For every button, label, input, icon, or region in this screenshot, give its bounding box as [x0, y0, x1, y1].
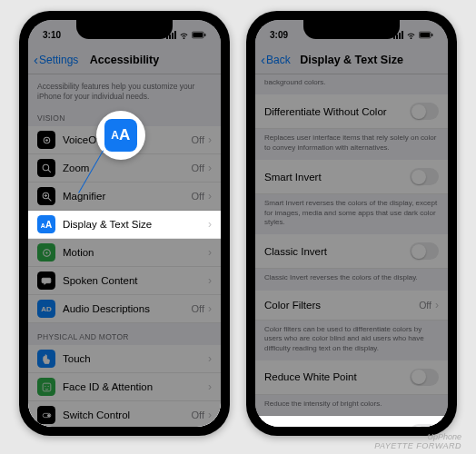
- faceid-icon: [37, 378, 55, 396]
- chevron-right-icon: ›: [208, 246, 212, 259]
- chevron-right-icon: ›: [208, 190, 212, 202]
- branding: UpPhone PAYETTE FORWARD: [374, 433, 461, 451]
- row-magnifier[interactable]: Magnifier Off ›: [28, 183, 221, 211]
- row-reduce-white-point[interactable]: Reduce White Point: [255, 360, 448, 395]
- row-label: Display & Text Size: [63, 219, 208, 230]
- back-button[interactable]: ‹ Back: [261, 53, 291, 66]
- row-value: Off: [192, 134, 204, 145]
- row-label: Magnifier: [63, 191, 192, 202]
- chevron-right-icon: ›: [435, 299, 439, 311]
- row-classic-invert[interactable]: Classic Invert: [255, 234, 448, 269]
- toggle-smart-invert[interactable]: [410, 168, 439, 185]
- row-label: Spoken Content: [63, 275, 208, 286]
- status-time: 3:09: [270, 30, 288, 40]
- audio-descriptions-icon: AD: [37, 300, 55, 318]
- row-label: Switch Control: [63, 410, 192, 420]
- row-motion[interactable]: Motion ›: [28, 239, 221, 267]
- row-label: Motion: [63, 247, 208, 258]
- status-time: 3:10: [43, 30, 61, 40]
- row-label: Face ID & Attention: [63, 381, 208, 392]
- intro-text: Accessibility features help you customiz…: [28, 74, 221, 104]
- partial-desc: background colors.: [255, 74, 448, 94]
- svg-line-6: [47, 170, 50, 173]
- row-value: Off: [192, 163, 204, 173]
- chevron-right-icon: ›: [208, 274, 212, 287]
- screen-display-text-size: 3:09 ‹ Back Display & Text Size backgrou…: [255, 20, 448, 427]
- screen-accessibility: 3:10 ‹ Settings Accessibility Accessibil…: [28, 20, 221, 427]
- section-header-physical: Physical and Motor: [28, 323, 221, 345]
- chevron-right-icon: ›: [208, 302, 212, 315]
- row-label: Audio Descriptions: [63, 303, 192, 314]
- phone-left: 3:10 ‹ Settings Accessibility Accessibil…: [19, 11, 230, 436]
- row-value: Off: [192, 303, 204, 314]
- toggle-classic-invert[interactable]: [410, 242, 439, 260]
- svg-line-8: [48, 198, 51, 201]
- back-button[interactable]: ‹ Settings: [34, 53, 78, 66]
- callout-display-icon: AA: [104, 119, 137, 152]
- phone-right: 3:09 ‹ Back Display & Text Size backgrou…: [246, 11, 457, 436]
- row-differentiate-color[interactable]: Differentiate Without Color: [255, 94, 448, 129]
- svg-rect-13: [43, 383, 51, 391]
- chevron-right-icon: ›: [208, 162, 212, 174]
- row-audio-descriptions[interactable]: AD Audio Descriptions Off ›: [28, 295, 221, 323]
- row-label: Touch: [63, 353, 208, 364]
- row-auto-brightness[interactable]: Auto-Brightness: [255, 416, 448, 427]
- battery-icon: [192, 31, 206, 39]
- svg-rect-27: [431, 33, 432, 35]
- svg-rect-26: [420, 33, 430, 37]
- row-desc: Reduce the intensity of bright colors.: [255, 395, 448, 416]
- row-label: Classic Invert: [264, 246, 410, 257]
- magnifier-icon: [37, 187, 55, 205]
- svg-point-17: [47, 414, 50, 417]
- zoom-icon: [37, 159, 55, 177]
- row-label: Zoom: [63, 163, 192, 173]
- notch: [303, 19, 400, 39]
- svg-point-12: [45, 252, 47, 253]
- row-desc: Replaces user interface items that rely …: [255, 129, 448, 160]
- row-faceid[interactable]: Face ID & Attention ›: [28, 373, 221, 401]
- svg-point-14: [45, 386, 45, 387]
- nav-bar: ‹ Back Display & Text Size: [255, 45, 448, 74]
- wifi-icon: [179, 30, 189, 40]
- row-smart-invert[interactable]: Smart Invert: [255, 160, 448, 194]
- row-color-filters[interactable]: Color Filters Off ›: [255, 291, 448, 321]
- row-desc: Smart Invert reverses the colors of the …: [255, 194, 448, 234]
- branding-payette-forward: PAYETTE FORWARD: [374, 442, 461, 451]
- switch-control-icon: [37, 406, 55, 424]
- svg-point-5: [43, 164, 49, 171]
- row-value: Off: [419, 300, 431, 311]
- chevron-right-icon: ›: [208, 409, 212, 421]
- row-label: Differentiate Without Color: [264, 106, 410, 117]
- chevron-left-icon: ‹: [261, 53, 265, 66]
- wifi-icon: [406, 30, 416, 40]
- touch-icon: [37, 350, 55, 368]
- callout-bubble: AA: [96, 111, 145, 160]
- highlight-auto-brightness: Auto-Brightness Turning off auto-brightn…: [255, 416, 448, 427]
- svg-rect-1: [193, 33, 203, 37]
- toggle-auto-brightness[interactable]: [410, 424, 439, 427]
- row-label: Smart Invert: [264, 172, 410, 183]
- motion-icon: [37, 243, 55, 262]
- nav-bar: ‹ Settings Accessibility: [28, 45, 221, 74]
- toggle-reduce-white-point[interactable]: [410, 369, 439, 386]
- row-display-text-size[interactable]: AA Display & Text Size ›: [28, 211, 221, 239]
- row-label: Reduce White Point: [264, 371, 410, 382]
- chevron-left-icon: ‹: [34, 53, 38, 66]
- row-spoken-content[interactable]: Spoken Content ›: [28, 267, 221, 295]
- notch: [76, 19, 173, 39]
- row-touch[interactable]: Touch ›: [28, 345, 221, 373]
- row-value: Off: [192, 410, 204, 420]
- chevron-right-icon: ›: [208, 380, 212, 393]
- svg-point-4: [45, 139, 48, 142]
- chevron-right-icon: ›: [208, 218, 212, 231]
- display-text-size-icon: AA: [37, 215, 55, 233]
- toggle-differentiate-color[interactable]: [410, 103, 439, 120]
- row-desc: Classic Invert reverses the colors of th…: [255, 269, 448, 290]
- voiceover-icon: [37, 131, 55, 149]
- row-label: Color Filters: [264, 300, 419, 311]
- battery-icon: [419, 31, 433, 39]
- chevron-right-icon: ›: [208, 133, 212, 146]
- row-value: Off: [192, 191, 204, 202]
- row-switch-control[interactable]: Switch Control Off ›: [28, 401, 221, 427]
- chevron-right-icon: ›: [208, 352, 212, 365]
